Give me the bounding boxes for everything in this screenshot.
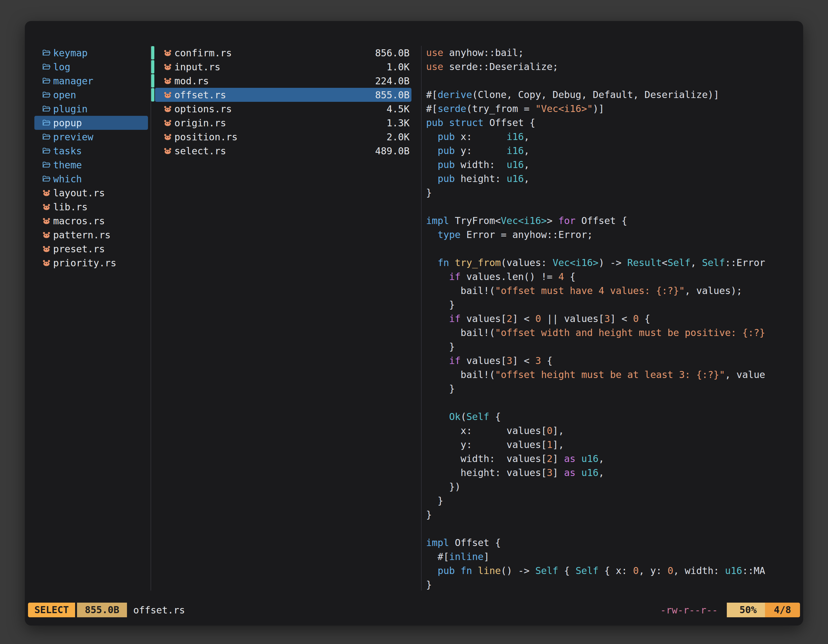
parent-dir-item-label: open [53, 89, 76, 100]
code-line [426, 200, 803, 214]
file-row[interactable]: input.rs1.0K [155, 60, 411, 74]
code-line: if values.len() != 4 { [426, 270, 803, 284]
code-line: pub fn line() -> Self { Self { x: 0, y: … [426, 564, 803, 578]
code-line: #[derive(Clone, Copy, Debug, Default, De… [426, 88, 803, 102]
parent-dir-item[interactable]: macros.rs [34, 214, 148, 228]
parent-dir-item[interactable]: priority.rs [34, 256, 148, 270]
file-row[interactable]: position.rs2.0K [155, 130, 411, 144]
parent-dir-item-label: preset.rs [53, 243, 105, 255]
panes-container: keymaplogmanageropenpluginpopuppreviewta… [25, 46, 803, 591]
file-size: 489.0B [375, 146, 411, 157]
parent-dir-item-label: pattern.rs [53, 229, 111, 241]
file-size: 1.0K [387, 61, 411, 72]
code-line: fn try_from(values: Vec<i16>) -> Result<… [426, 256, 803, 270]
file-name: origin.rs [174, 118, 226, 128]
code-line: width: values[2] as u16, [426, 452, 803, 466]
selection-marker [151, 46, 154, 60]
folder-icon [42, 118, 51, 127]
code-line [426, 396, 803, 410]
folder-icon [42, 76, 51, 85]
code-line [426, 74, 803, 88]
file-name: offset.rs [174, 89, 226, 100]
parent-dir-item-label: macros.rs [53, 215, 105, 227]
file-size: 2.0K [387, 132, 411, 143]
code-line: x: values[0], [426, 424, 803, 438]
rust-file-icon [42, 244, 51, 253]
folder-icon [42, 174, 51, 183]
status-bar-right: -rw-r--r-- 50% 4/8 [660, 603, 800, 617]
code-line: pub y: i16, [426, 144, 803, 158]
parent-dir-item[interactable]: manager [34, 74, 148, 88]
rust-file-icon [163, 63, 172, 71]
selection-marker [151, 60, 154, 74]
file-row[interactable]: mod.rs224.0B [155, 74, 411, 88]
code-line: pub x: i16, [426, 130, 803, 144]
rust-file-icon [163, 118, 172, 127]
code-line: if values[2] < 0 || values[3] < 0 { [426, 312, 803, 326]
folder-icon [42, 160, 51, 169]
code-line: } [426, 508, 803, 522]
code-line: } [426, 186, 803, 200]
parent-dir-item[interactable]: plugin [34, 102, 148, 116]
file-row[interactable]: options.rs4.5K [155, 102, 411, 116]
code-line: pub height: u16, [426, 172, 803, 186]
code-line: type Error = anyhow::Error; [426, 228, 803, 242]
file-size: 224.0B [375, 75, 411, 86]
code-line: } [426, 298, 803, 312]
folder-icon [42, 146, 51, 155]
rust-file-icon [163, 146, 172, 155]
code-line: use anyhow::bail; [426, 46, 803, 60]
file-name: options.rs [174, 103, 232, 114]
cursor-position-badge: 4/8 [765, 603, 800, 617]
file-preview-pane: use anyhow::bail;use serde::Deserialize;… [422, 46, 803, 591]
parent-dir-item[interactable]: lib.rs [34, 200, 148, 214]
parent-dir-item-label: preview [53, 132, 93, 143]
parent-dir-item-label: manager [53, 75, 93, 86]
file-name: select.rs [174, 146, 226, 157]
file-row[interactable]: confirm.rs856.0B [155, 46, 411, 60]
parent-dir-item[interactable]: preset.rs [34, 242, 148, 256]
parent-dir-item[interactable]: keymap [34, 46, 148, 60]
code-line: if values[3] < 3 { [426, 354, 803, 368]
status-bar: SELECT 855.0B offset.rs -rw-r--r-- 50% 4… [28, 603, 800, 617]
rust-file-icon [42, 216, 51, 225]
file-row[interactable]: origin.rs1.3K [155, 116, 411, 130]
code-line: impl TryFrom<Vec<i16>> for Offset { [426, 214, 803, 228]
parent-dir-item[interactable]: preview [34, 130, 148, 144]
rust-file-icon [163, 90, 172, 99]
file-permissions: -rw-r--r-- [660, 605, 718, 616]
parent-dir-item[interactable]: pattern.rs [34, 228, 148, 242]
parent-dir-item[interactable]: popup [34, 116, 148, 130]
rust-file-icon [163, 132, 172, 141]
parent-dir-item[interactable]: theme [34, 158, 148, 172]
selection-marker [151, 88, 154, 102]
file-size: 4.5K [387, 103, 411, 114]
parent-dir-item[interactable]: layout.rs [34, 186, 148, 200]
code-line: } [426, 494, 803, 508]
parent-dir-item-label: plugin [53, 103, 88, 114]
mode-badge: SELECT [28, 603, 75, 617]
code-line [426, 242, 803, 256]
file-size-badge: 855.0B [77, 603, 127, 617]
parent-dir-item-label: log [53, 61, 70, 72]
code-line: y: values[1], [426, 438, 803, 452]
folder-icon [42, 63, 51, 71]
code-line: pub width: u16, [426, 158, 803, 172]
code-line: height: values[3] as u16, [426, 466, 803, 480]
code-line: } [426, 578, 803, 591]
code-line: pub struct Offset { [426, 116, 803, 130]
file-name: input.rs [174, 61, 221, 72]
folder-icon [42, 90, 51, 99]
file-name: confirm.rs [174, 47, 232, 58]
file-row[interactable]: offset.rs855.0B [155, 88, 411, 102]
code-line: bail!("offset height must be at least 3:… [426, 368, 803, 382]
file-name: position.rs [174, 132, 238, 143]
parent-dir-item[interactable]: log [34, 60, 148, 74]
parent-dir-item[interactable]: open [34, 88, 148, 102]
parent-dir-item-label: priority.rs [53, 257, 116, 268]
file-row[interactable]: select.rs489.0B [155, 144, 411, 158]
rust-file-icon [42, 202, 51, 211]
parent-dir-item[interactable]: which [34, 172, 148, 186]
folder-icon [42, 132, 51, 141]
parent-dir-item[interactable]: tasks [34, 144, 148, 158]
